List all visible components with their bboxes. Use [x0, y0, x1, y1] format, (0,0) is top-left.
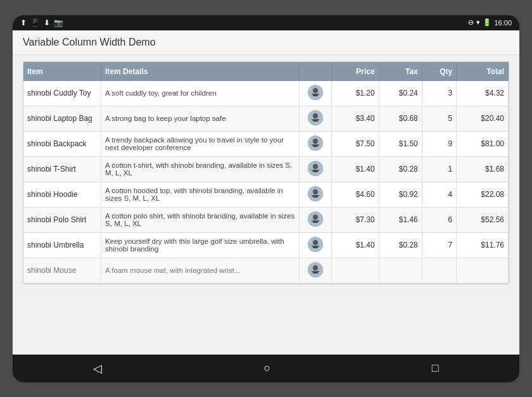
usb-icon: ⬆: [20, 18, 27, 27]
home-button[interactable]: ○: [251, 356, 283, 380]
table-row: shinobi Cuddly Toy A soft cuddly toy, gr…: [23, 81, 509, 106]
item-desc: A cotton polo shirt, with shinobi brandi…: [101, 207, 300, 232]
data-table-container: Item Item Details Price Tax Qty Total sh…: [23, 61, 509, 284]
svg-rect-10: [312, 144, 319, 146]
item-tax: $1.50: [379, 131, 422, 156]
wifi-icon: ▾: [476, 18, 480, 27]
item-price: $3.40: [331, 106, 379, 131]
item-desc: A strong bag to keep your laptop safe: [101, 106, 300, 131]
item-price: $7.30: [331, 207, 379, 232]
svg-rect-27: [313, 247, 318, 248]
item-name: shinobi Cuddly Toy: [23, 81, 101, 106]
ninja-icon: [308, 262, 323, 277]
download-icon: ⬇: [44, 18, 50, 27]
item-price: $1.40: [331, 156, 379, 182]
item-tax: $0.28: [379, 232, 422, 258]
item-tax: $1.46: [379, 207, 422, 232]
table-row: shinobi Hoodie A cotton hooded top, with…: [23, 182, 509, 207]
item-qty: 5: [422, 106, 456, 131]
item-qty: 9: [422, 131, 456, 156]
back-button[interactable]: ◁: [80, 356, 115, 381]
table-row: shinobi Laptop Bag A strong bag to keep …: [23, 106, 509, 131]
item-total: $11.76: [457, 232, 509, 258]
item-desc: A soft cuddly toy, great for children: [101, 81, 300, 106]
table-row: shinobi Polo Shirt A cotton polo shirt, …: [23, 207, 509, 232]
svg-point-29: [313, 265, 318, 270]
svg-rect-19: [313, 196, 318, 198]
item-qty: [422, 258, 456, 283]
col-header-price: Price: [331, 62, 379, 81]
svg-point-1: [313, 88, 318, 93]
item-desc: A foam mouse mat, with integrated wrist.…: [101, 258, 300, 283]
screenshot-icon: 📷: [54, 18, 63, 27]
item-tax: $0.24: [379, 81, 422, 106]
svg-point-17: [313, 189, 318, 194]
item-tax: $0.28: [379, 156, 422, 182]
status-bar-left: ⬆ 📱 ⬇ 📷: [20, 18, 63, 27]
svg-point-25: [313, 240, 318, 245]
svg-rect-2: [312, 94, 319, 95]
ninja-icon: [308, 110, 323, 125]
item-total: $81.00: [457, 131, 509, 156]
col-header-item: Item: [23, 62, 101, 81]
main-content: Item Item Details Price Tax Qty Total sh…: [13, 55, 519, 355]
svg-rect-15: [313, 171, 318, 172]
item-icon-cell: [300, 182, 331, 207]
table-header-row: Item Item Details Price Tax Qty Total: [23, 62, 509, 81]
item-total: $52.56: [457, 207, 509, 232]
ninja-icon: [308, 85, 323, 100]
recent-apps-button[interactable]: □: [419, 356, 452, 380]
item-tax: [379, 258, 422, 283]
svg-point-9: [313, 139, 318, 144]
svg-point-13: [313, 164, 318, 169]
item-qty: 4: [422, 182, 456, 207]
item-name: shinobi Polo Shirt: [23, 207, 101, 232]
ninja-icon: [308, 186, 323, 201]
nav-bar: ◁ ○ □: [13, 355, 519, 382]
ninja-icon: [308, 161, 323, 176]
item-desc: A cotton t-shirt, with shinobi branding,…: [101, 156, 300, 182]
svg-rect-7: [313, 120, 318, 122]
item-name: shinobi T-Shirt: [23, 156, 101, 182]
col-header-total: Total: [457, 62, 509, 81]
item-price: $1.20: [331, 81, 379, 106]
item-tax: $0.68: [379, 106, 422, 131]
item-icon-cell: [300, 156, 331, 182]
table-row: shinobi T-Shirt A cotton t-shirt, with s…: [23, 156, 509, 182]
svg-rect-3: [313, 95, 318, 96]
item-icon-cell: [300, 258, 331, 283]
time-display: 16:00: [494, 19, 512, 27]
item-name: shinobi Backpack: [23, 131, 101, 156]
status-bar: ⬆ 📱 ⬇ 📷 ⊖ ▾ 🔋 16:00: [13, 15, 519, 30]
col-header-icon: [300, 62, 331, 81]
item-total: $22.08: [457, 182, 509, 207]
svg-rect-30: [312, 271, 319, 272]
products-table: Item Item Details Price Tax Qty Total sh…: [23, 62, 509, 284]
svg-point-5: [313, 113, 318, 118]
item-total: $4.32: [457, 81, 509, 106]
app-title: Variable Column Width Demo: [23, 37, 156, 47]
item-price: [331, 258, 379, 283]
item-desc: Keep yourself dry with this large golf s…: [101, 232, 300, 258]
svg-rect-6: [312, 119, 319, 120]
col-header-tax: Tax: [379, 62, 422, 81]
item-desc: A trendy backpack allowing you to travel…: [101, 131, 300, 156]
tablet-device: ⬆ 📱 ⬇ 📷 ⊖ ▾ 🔋 16:00 Variable Column Widt…: [13, 15, 519, 382]
ninja-icon: [308, 237, 323, 252]
item-icon-cell: [300, 207, 331, 232]
item-icon-cell: [300, 106, 331, 131]
svg-rect-31: [313, 272, 318, 274]
item-total: $1.68: [457, 156, 509, 182]
svg-rect-14: [312, 170, 319, 171]
svg-rect-18: [312, 195, 319, 196]
notification-icon: 📱: [30, 18, 40, 27]
table-row: shinobi Umbrella Keep yourself dry with …: [23, 232, 509, 258]
item-icon-cell: [300, 131, 331, 156]
svg-rect-23: [313, 222, 318, 223]
col-header-qty: Qty: [422, 62, 456, 81]
app-bar: Variable Column Width Demo: [13, 30, 519, 55]
col-header-details: Item Details: [101, 62, 300, 81]
item-total: $20.40: [457, 106, 509, 131]
item-icon-cell: [300, 232, 331, 258]
item-qty: 7: [422, 232, 456, 258]
